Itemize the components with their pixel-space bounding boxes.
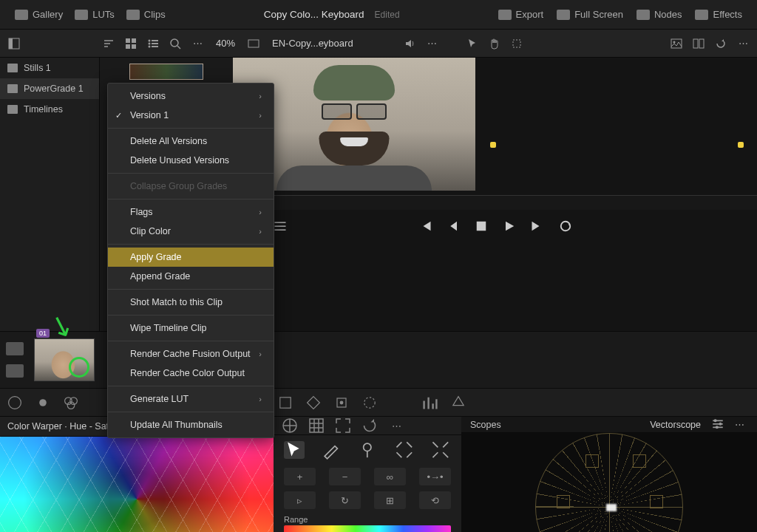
scope-type[interactable]: Vectorscope [650, 420, 701, 430]
ctx-update-thumbnails[interactable]: Update All Thumbnails [108, 415, 274, 434]
range-spectrum[interactable] [284, 525, 451, 532]
ctx-append-grade[interactable]: Append Grade [108, 267, 274, 286]
window-icon[interactable] [305, 394, 322, 412]
reset-icon[interactable] [713, 35, 729, 52]
context-menu: Versions› ✓Version 1› Delete All Version… [107, 83, 274, 438]
image-icon[interactable] [668, 35, 685, 52]
ctx-delete-all-versions[interactable]: Delete All Versions [108, 132, 274, 151]
svg-rect-25 [280, 397, 291, 407]
ctx-render-cache-fusion[interactable]: Render Cache Fusion Output› [108, 344, 274, 364]
clips-view-icon[interactable] [6, 342, 24, 355]
search-icon[interactable] [167, 35, 183, 52]
pointer-icon[interactable] [464, 35, 481, 52]
hand-icon[interactable] [486, 35, 503, 52]
remove-point-button[interactable]: − [329, 468, 361, 485]
more-3-icon[interactable]: ⋯ [735, 35, 751, 52]
ctx-clip-color[interactable]: Clip Color› [108, 222, 274, 241]
fullscreen-button[interactable]: Full Screen [551, 6, 629, 23]
scrub-bar[interactable] [233, 195, 757, 210]
key-icon[interactable] [449, 394, 467, 412]
color-warper-canvas[interactable] [0, 437, 274, 532]
grid-button[interactable]: ⊞ [374, 491, 406, 509]
loop-in-icon[interactable] [273, 219, 288, 233]
sidebar-item-timelines[interactable]: Timelines [0, 99, 99, 120]
in-marker[interactable] [490, 142, 496, 148]
rgb-mixer-icon[interactable] [62, 394, 80, 412]
first-frame-button[interactable] [418, 219, 432, 233]
annotation-circle [69, 357, 89, 378]
warper-more-icon[interactable]: ⋯ [387, 417, 405, 434]
ctx-version-1[interactable]: ✓Version 1› [108, 106, 274, 125]
luts-icon [75, 10, 88, 20]
out-marker[interactable] [738, 142, 744, 148]
layout-toggle-icon[interactable] [6, 35, 22, 52]
ctx-shot-match[interactable]: Shot Match to this Clip [108, 293, 274, 312]
gallery-sidebar: Stills 1 PowerGrade 1 Timelines [0, 58, 100, 331]
list-view-icon[interactable] [145, 35, 161, 52]
effects-button[interactable]: Effects [689, 6, 748, 23]
luts-button[interactable]: LUTs [69, 6, 120, 23]
select-tool[interactable] [284, 441, 305, 459]
warper-reset-icon[interactable] [361, 417, 378, 434]
scopes-settings-icon[interactable] [711, 417, 724, 432]
still-thumbnail[interactable] [129, 64, 203, 80]
grid-view-icon[interactable] [123, 35, 139, 52]
effects-icon [695, 10, 708, 20]
split-icon[interactable] [690, 35, 707, 52]
sidebar-item-stills[interactable]: Stills 1 [0, 58, 99, 78]
warper-expand-icon[interactable] [334, 417, 352, 434]
ctx-render-cache-color[interactable]: Render Cache Color Output [108, 364, 274, 383]
nodes-button[interactable]: Nodes [631, 6, 688, 23]
crop-icon[interactable] [509, 35, 525, 52]
ctx-apply-grade[interactable]: Apply Grade [108, 248, 274, 267]
qualifier-icon[interactable] [276, 394, 294, 412]
sort-icon[interactable] [101, 35, 117, 52]
vectorscope[interactable] [461, 433, 757, 532]
stop-button[interactable] [474, 219, 489, 233]
prev-frame-button[interactable] [446, 219, 461, 233]
tracking-icon[interactable] [333, 394, 350, 412]
ctx-versions[interactable]: Versions› [108, 86, 274, 106]
clip-name: EN-Copy...eyboard [268, 38, 361, 49]
ctx-wipe-timeline-clip[interactable]: Wipe Timeline Clip [108, 318, 274, 338]
scopes-more-icon[interactable]: ⋯ [735, 419, 748, 430]
clip-thumbnail[interactable]: 01 ↘ [34, 338, 95, 381]
last-frame-button[interactable] [530, 219, 545, 233]
clips-button[interactable]: Clips [120, 6, 172, 23]
ctx-flags[interactable]: Flags› [108, 202, 274, 222]
primary-wheels-icon[interactable] [6, 394, 24, 412]
aspect-icon[interactable] [245, 35, 262, 52]
scopes-graph-icon[interactable] [421, 394, 439, 412]
sidebar-item-powergrade[interactable]: PowerGrade 1 [0, 78, 99, 99]
rotate-button[interactable]: ↻ [329, 491, 361, 509]
select-point-button[interactable]: ▹ [284, 491, 316, 509]
reset-point-button[interactable]: ⟲ [419, 491, 451, 509]
chevron-right-icon: › [259, 395, 262, 403]
volume-icon[interactable] [402, 35, 418, 52]
expand-tool[interactable] [430, 441, 451, 459]
blur-icon[interactable] [361, 394, 378, 412]
warper-mode-1-icon[interactable] [281, 417, 299, 434]
ctx-delete-unused-versions[interactable]: Delete Unused Versions [108, 151, 274, 170]
contract-tool[interactable] [394, 441, 415, 459]
hdr-icon[interactable] [34, 394, 52, 412]
draw-tool[interactable] [321, 441, 342, 459]
gallery-button[interactable]: Gallery [9, 6, 69, 23]
clips-filter-icon[interactable] [6, 364, 24, 378]
chevron-right-icon: › [259, 349, 262, 358]
more-icon[interactable]: ⋯ [189, 35, 206, 52]
pin-tool[interactable] [357, 441, 378, 459]
link-button[interactable]: ∞ [374, 468, 406, 485]
convert-button[interactable]: •→• [419, 468, 451, 485]
add-point-button[interactable]: + [284, 468, 316, 485]
more-2-icon[interactable]: ⋯ [424, 35, 441, 52]
export-button[interactable]: Export [492, 6, 550, 23]
warper-grid-icon[interactable] [308, 417, 325, 434]
svg-point-28 [364, 397, 375, 407]
ctx-generate-lut[interactable]: Generate LUT› [108, 389, 274, 409]
edited-status: Edited [375, 10, 400, 20]
loop-button[interactable] [558, 219, 573, 233]
play-button[interactable] [502, 219, 517, 233]
nodes-icon [637, 10, 650, 20]
zoom-level[interactable]: 40% [211, 38, 240, 49]
